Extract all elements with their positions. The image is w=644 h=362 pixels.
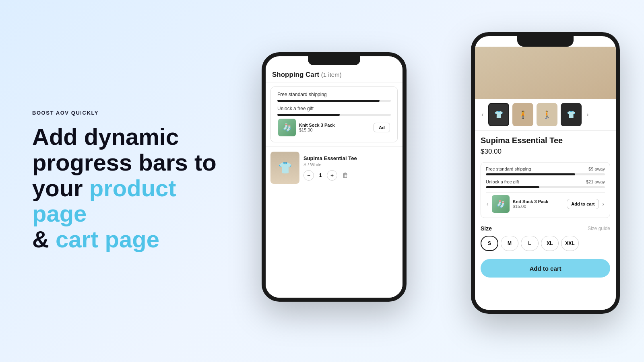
product-upsell-name: Knit Sock 3 Pack xyxy=(513,199,564,204)
product-price: $30.00 xyxy=(481,148,610,156)
cart-progress1-label: Free standard shipping xyxy=(277,92,391,97)
headline-part2: progress bars to xyxy=(32,149,217,175)
cart-upsell-img: 🧦 xyxy=(278,119,296,136)
size-btn-l[interactable]: L xyxy=(521,236,539,251)
eyebrow-text: BOOST AOV QUICKLY xyxy=(32,110,217,116)
size-btn-m[interactable]: M xyxy=(501,236,518,251)
cart-item-details: Supima Essential Tee S / White − 1 + 🗑 xyxy=(303,155,398,181)
product-upsell-info: Knit Sock 3 Pack $15.00 xyxy=(513,199,564,209)
cart-item-variant: S / White xyxy=(303,162,398,167)
product-upsell-price: $15.00 xyxy=(513,204,564,209)
cart-title: Shopping Cart xyxy=(272,71,319,78)
thumb-prev-button[interactable]: ‹ xyxy=(480,109,485,120)
qty-decrease-button[interactable]: − xyxy=(303,170,314,181)
left-panel: BOOST AOV QUICKLY Add dynamic progress b… xyxy=(0,86,250,276)
upsell-prev-button[interactable]: ‹ xyxy=(487,201,489,207)
headline: Add dynamic progress bars to your produc… xyxy=(32,124,217,252)
size-btn-xl[interactable]: XL xyxy=(541,236,559,251)
product-progress2-fill xyxy=(486,186,539,188)
product-thumbnails: ‹ 👕 🧍 🚶 👕 › xyxy=(475,99,616,131)
product-progress2-label: Unlock a free gift xyxy=(486,179,519,184)
upsell-next-button[interactable]: › xyxy=(602,201,604,207)
product-info: Supima Essential Tee $30.00 xyxy=(475,131,616,159)
size-label: Size xyxy=(481,225,492,232)
cart-phone-screen: Shopping Cart (1 item) Free standard shi… xyxy=(266,65,402,298)
product-progress2-row: Unlock a free gift $21 away xyxy=(486,179,605,184)
headline-part1: Add dynamic xyxy=(32,123,179,150)
cart-item-count: (1 item) xyxy=(321,71,342,78)
cart-progress1-track xyxy=(277,100,391,102)
headline-part4: & xyxy=(32,226,56,252)
product-upsell-img: 🧦 xyxy=(492,195,510,213)
thumbnail-2[interactable]: 🧍 xyxy=(512,103,533,126)
cart-upsell-name: Knit Sock 3 Pack xyxy=(299,123,370,128)
phones-area: Shopping Cart (1 item) Free standard shi… xyxy=(250,0,644,362)
cart-item-img: 👕 xyxy=(270,152,299,184)
size-header: Size Size guide xyxy=(481,225,610,232)
thumbnail-3[interactable]: 🚶 xyxy=(537,103,557,126)
size-guide-link[interactable]: Size guide xyxy=(588,226,610,231)
qty-increase-button[interactable]: + xyxy=(327,170,337,181)
size-btn-s[interactable]: S xyxy=(481,236,498,251)
cart-item-row: 👕 Supima Essential Tee S / White − 1 + 🗑 xyxy=(266,146,402,189)
product-progress1-fill xyxy=(486,173,575,175)
cart-item-name: Supima Essential Tee xyxy=(303,155,398,161)
thumbnail-4[interactable]: 👕 xyxy=(561,103,582,126)
product-phone-notch xyxy=(517,36,574,47)
product-progress1-row: Free standard shipping $9 away xyxy=(486,167,605,171)
size-options: S M L XL XXL xyxy=(481,236,610,251)
qty-control: − 1 + 🗑 xyxy=(303,170,398,181)
cart-progress-section: Free standard shipping Unlock a free gif… xyxy=(270,86,398,142)
cart-progress1-fill xyxy=(277,100,380,102)
headline-part3: your xyxy=(32,175,89,201)
product-title: Supima Essential Tee xyxy=(481,136,610,145)
delete-item-icon[interactable]: 🗑 xyxy=(342,172,349,179)
cart-phone-notch xyxy=(308,56,360,65)
product-upsell-add-button[interactable]: Add to cart xyxy=(567,199,599,209)
cart-upsell-row: 🧦 Knit Sock 3 Pack $15.00 Ad xyxy=(277,116,391,137)
cart-item-img-inner: 👕 xyxy=(270,152,299,184)
product-upsell-row: ‹ 🧦 Knit Sock 3 Pack $15.00 Add to cart … xyxy=(486,192,605,214)
product-progress1-away: $9 away xyxy=(588,167,605,171)
thumb-next-button[interactable]: › xyxy=(585,109,590,120)
size-section: Size Size guide S M L XL XXL xyxy=(475,221,616,255)
product-hero-image xyxy=(475,47,616,99)
cart-upsell-price: $15.00 xyxy=(299,128,370,132)
product-progress1-track xyxy=(486,173,605,175)
cart-upsell-add-button[interactable]: Ad xyxy=(374,123,390,132)
cart-header: Shopping Cart (1 item) xyxy=(266,65,402,82)
product-progress-box: Free standard shipping $9 away Unlock a … xyxy=(481,162,610,218)
qty-value: 1 xyxy=(317,172,324,178)
cart-progress2-label: Unlock a free gift xyxy=(277,106,391,111)
product-phone: ‹ 👕 🧍 🚶 👕 › Supima Essential Tee $30.0 xyxy=(471,32,620,314)
cart-phone: Shopping Cart (1 item) Free standard shi… xyxy=(262,52,407,302)
size-btn-xxl[interactable]: XXL xyxy=(561,236,579,251)
cart-upsell-info: Knit Sock 3 Pack $15.00 xyxy=(299,123,370,132)
product-phone-screen: ‹ 👕 🧍 🚶 👕 › Supima Essential Tee $30.0 xyxy=(475,47,616,310)
product-progress1-label: Free standard shipping xyxy=(486,167,531,171)
highlight-cart-page: cart page xyxy=(56,226,159,252)
thumbnail-1[interactable]: 👕 xyxy=(488,103,509,126)
product-progress2-away: $21 away xyxy=(586,179,605,184)
product-progress2-track xyxy=(486,186,605,188)
add-to-cart-button[interactable]: Add to cart xyxy=(481,259,610,278)
